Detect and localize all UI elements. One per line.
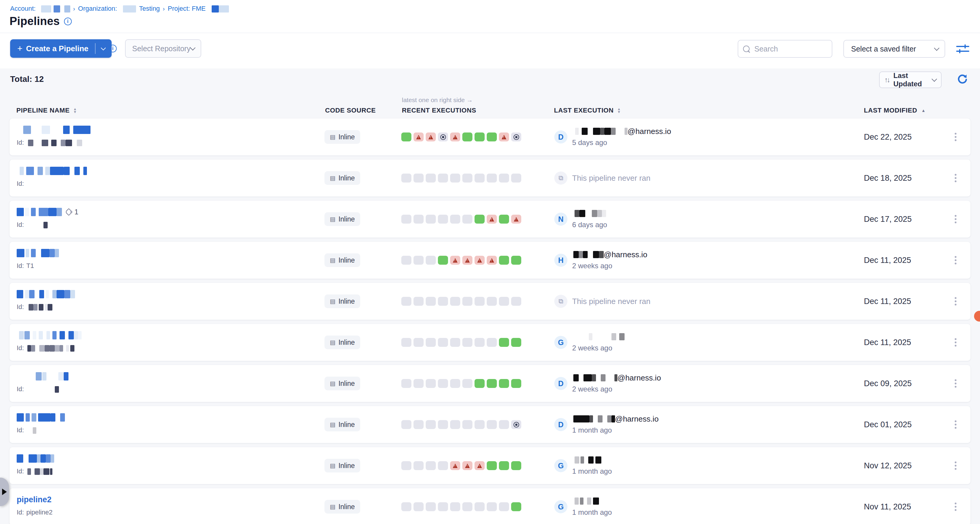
- column-header-last-modified[interactable]: LAST MODIFIED: [864, 107, 926, 114]
- breadcrumb-project-label[interactable]: Project: FME: [168, 5, 206, 13]
- breadcrumb-org-label[interactable]: Organization:: [78, 5, 117, 13]
- pipeline-name[interactable]: [17, 371, 68, 381]
- refresh-icon[interactable]: [956, 73, 969, 86]
- column-header-last-execution[interactable]: LAST EXECUTION: [554, 107, 621, 114]
- pipeline-name-link[interactable]: pipeline2: [17, 495, 51, 504]
- pipeline-name[interactable]: [17, 125, 91, 135]
- execution-success-icon[interactable]: [487, 379, 497, 388]
- execution-success-icon[interactable]: [511, 256, 521, 265]
- sort-dropdown[interactable]: ↑↓ Last Updated: [879, 72, 942, 88]
- pipeline-name[interactable]: pipeline2: [17, 495, 53, 504]
- execution-success-icon[interactable]: [487, 461, 497, 470]
- pipeline-row[interactable]: Id: Inline This pipeline never ran Dec 1…: [10, 159, 970, 196]
- execution-success-icon[interactable]: [401, 132, 411, 142]
- execution-success-icon[interactable]: [474, 215, 485, 224]
- execution-aborted-icon[interactable]: [511, 420, 521, 429]
- execution-failed-icon[interactable]: [487, 256, 497, 265]
- inline-icon: [330, 339, 336, 346]
- execution-aborted-icon[interactable]: [511, 132, 521, 142]
- kebab-menu-button[interactable]: [950, 283, 961, 320]
- search-input[interactable]: [754, 45, 827, 54]
- execution-success-icon[interactable]: [499, 338, 509, 347]
- kebab-menu-button[interactable]: [950, 118, 961, 155]
- execution-success-icon[interactable]: [511, 461, 521, 470]
- pipeline-row[interactable]: Id: Inline G2 weeks ago Dec 11, 2025: [10, 324, 970, 361]
- tag-count: 1: [75, 208, 78, 216]
- kebab-menu-button[interactable]: [950, 201, 961, 237]
- execution-success-icon[interactable]: [438, 256, 448, 265]
- pipeline-name[interactable]: [17, 413, 65, 422]
- pipeline-id-label: Id:: [17, 221, 24, 229]
- execution-success-icon[interactable]: [511, 502, 521, 511]
- kebab-menu-button[interactable]: [950, 365, 961, 402]
- execution-aborted-icon[interactable]: [438, 132, 448, 142]
- kebab-menu-button[interactable]: [950, 447, 961, 484]
- breadcrumb-org-name[interactable]: Testing: [139, 5, 160, 13]
- execution-empty-icon: [401, 174, 411, 183]
- pipeline-row[interactable]: Id: Inline D@harness.io2 weeks ago Dec 0…: [10, 365, 970, 402]
- execution-empty-icon: [499, 502, 509, 511]
- pipeline-rows: Id: Inline D@harness.io5 days ago Dec 22…: [10, 118, 970, 524]
- filter-sliders-icon[interactable]: [956, 44, 969, 53]
- execution-failed-icon[interactable]: [414, 132, 424, 142]
- pipeline-name[interactable]: 1: [17, 207, 78, 217]
- execution-failed-icon[interactable]: [511, 215, 521, 224]
- pipeline-row[interactable]: Id: Inline D@harness.io5 days ago Dec 22…: [10, 118, 970, 155]
- execution-empty-icon: [474, 502, 485, 511]
- pipeline-name[interactable]: [17, 248, 59, 258]
- kebab-menu-button[interactable]: [950, 159, 961, 196]
- page-info-icon[interactable]: [64, 18, 72, 25]
- chevron-down-icon[interactable]: [101, 45, 106, 50]
- execution-failed-icon[interactable]: [474, 461, 485, 470]
- execution-success-icon[interactable]: [499, 256, 509, 265]
- kebab-menu-button[interactable]: [950, 488, 961, 524]
- kebab-menu-button[interactable]: [950, 406, 961, 443]
- execution-failed-icon[interactable]: [474, 256, 485, 265]
- execution-success-icon[interactable]: [474, 379, 485, 388]
- pipeline-name[interactable]: [17, 166, 87, 176]
- execution-failed-icon[interactable]: [450, 256, 460, 265]
- execution-success-icon[interactable]: [511, 379, 521, 388]
- execution-success-icon[interactable]: [511, 338, 521, 347]
- pipeline-row[interactable]: pipeline2 Id: pipeline2 Inline G1 month …: [10, 488, 970, 524]
- pipeline-row[interactable]: 1 Id: Inline N6 days ago Dec 17, 2025: [10, 201, 970, 237]
- execution-failed-icon[interactable]: [426, 132, 436, 142]
- pipeline-row[interactable]: Id: Inline D@harness.io1 month ago Dec 0…: [10, 406, 970, 443]
- create-pipeline-button[interactable]: + Create a Pipeline: [10, 39, 111, 58]
- execution-failed-icon[interactable]: [487, 215, 497, 224]
- saved-filter-dropdown[interactable]: Select a saved filter: [843, 40, 945, 58]
- pipeline-row[interactable]: Id: Inline This pipeline never ran Dec 1…: [10, 283, 970, 320]
- pipeline-name[interactable]: [17, 289, 75, 299]
- pipeline-row[interactable]: Id: Inline G1 month ago Nov 12, 2025: [10, 447, 970, 484]
- execution-failed-icon[interactable]: [462, 461, 473, 470]
- execution-failed-icon[interactable]: [499, 132, 509, 142]
- code-source-badge: Inline: [325, 377, 360, 390]
- select-repository-dropdown[interactable]: Select Repository: [125, 39, 201, 58]
- execution-failed-icon[interactable]: [450, 461, 460, 470]
- expand-drawer-handle[interactable]: [0, 478, 9, 506]
- execution-success-icon[interactable]: [474, 132, 485, 142]
- execution-success-icon[interactable]: [499, 379, 509, 388]
- kebab-menu-button[interactable]: [950, 242, 961, 279]
- kebab-menu-button[interactable]: [950, 324, 961, 361]
- pipeline-row[interactable]: Id: T1 Inline H@harness.io2 weeks ago De…: [10, 242, 970, 279]
- pipeline-name[interactable]: [17, 330, 81, 340]
- execution-empty-icon: [462, 215, 473, 224]
- pipeline-name[interactable]: [17, 454, 54, 463]
- search-box[interactable]: [738, 40, 832, 58]
- breadcrumb-account-label[interactable]: Account:: [10, 5, 36, 13]
- execution-failed-icon[interactable]: [450, 132, 460, 142]
- execution-success-icon[interactable]: [462, 132, 473, 142]
- column-header-pipeline-name[interactable]: PIPELINE NAME: [16, 107, 77, 114]
- code-source-label: Inline: [339, 462, 355, 470]
- pipeline-id-value: [26, 303, 52, 311]
- create-info-icon[interactable]: [109, 45, 117, 53]
- execution-success-icon[interactable]: [487, 132, 497, 142]
- execution-success-icon[interactable]: [499, 215, 509, 224]
- execution-success-icon[interactable]: [499, 461, 509, 470]
- pipeline-id-label: Id:: [17, 303, 24, 311]
- recent-executions-hint: latest one on right side →: [402, 96, 473, 104]
- execution-empty-icon: [462, 174, 473, 183]
- execution-empty-icon: [438, 420, 448, 429]
- execution-failed-icon[interactable]: [462, 256, 473, 265]
